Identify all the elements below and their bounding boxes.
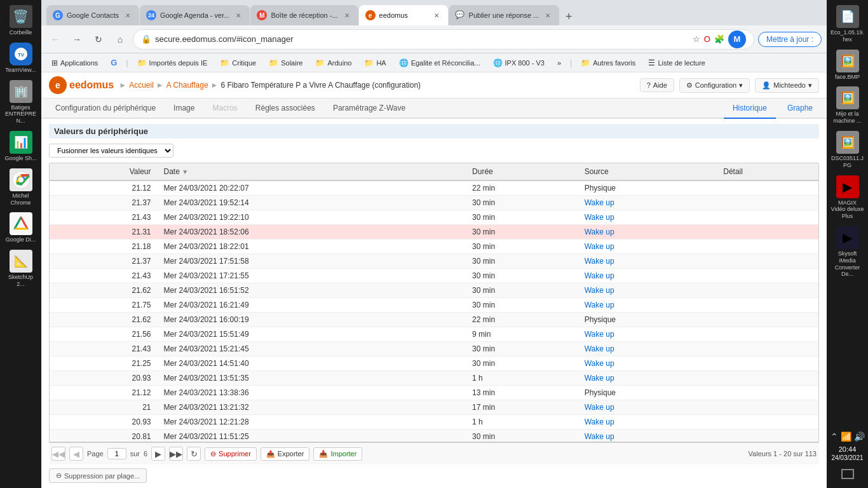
configuration-button[interactable]: ⚙ Configuration ▾ [679, 78, 750, 93]
tab-macros: Macros [203, 98, 246, 119]
url-bar[interactable]: 🔒 secure.eedomus.com/#icon_manager ☆ O 🧩… [133, 29, 754, 50]
bookmark-lecture[interactable]: ☰ Liste de lecture [643, 57, 710, 69]
bookmark-critique[interactable]: 📁 Critique [215, 57, 261, 69]
chrome-icon [10, 168, 32, 191]
taskbar-item-magix[interactable]: ▶ MAGIX Vidéo deluxe Plus [829, 173, 866, 222]
tab-historique[interactable]: Historique [724, 98, 776, 119]
import-button[interactable]: 📥 Importer [313, 447, 362, 461]
taskbar-item-google-sheets[interactable]: 📊 Google Sh... [3, 128, 39, 165]
tray-chevron-icon[interactable]: ⌃ [831, 431, 838, 442]
cell-duree: 17 min [466, 400, 578, 415]
delete-button[interactable]: ⊖ Supprimer [205, 447, 257, 461]
col-date[interactable]: Date ▼ [158, 163, 466, 180]
cell-date: Mer 24/03/2021 13:21:32 [158, 400, 466, 415]
corbeille-icon: 🗑️ [10, 5, 32, 28]
prev-page-button[interactable]: ◀ [69, 447, 83, 461]
tab-close-agenda[interactable]: ✕ [233, 10, 243, 20]
cell-valeur: 20.93 [50, 371, 158, 386]
new-tab-button[interactable]: + [560, 8, 578, 25]
extensions-icon[interactable]: 🧩 [714, 34, 724, 44]
tab-close-eedomus[interactable]: ✕ [431, 10, 442, 20]
tab-publier[interactable]: 💬 Publier une réponse ... ✕ [449, 5, 560, 25]
bookmark-ha[interactable]: 📁 HA [359, 57, 391, 69]
tab-favicon-contacts: G [53, 10, 63, 20]
taskbar-label-mijo: Mijo et la machine ... [831, 111, 865, 125]
tab-graphe[interactable]: Graphe [778, 98, 822, 119]
user-label: Michteedo [773, 81, 806, 89]
tray-network-icon[interactable]: 📶 [841, 431, 851, 442]
home-button[interactable]: ⌂ [111, 30, 129, 48]
taskbar-item-dsc03511[interactable]: 🖼️ DSC03511.JPG [829, 128, 866, 172]
tab-zwave[interactable]: Paramétrage Z-Wave [324, 98, 414, 119]
col-duree[interactable]: Durée [466, 163, 578, 180]
suppression-button[interactable]: ⊖ Suppression par plage... [49, 468, 147, 483]
data-area: Valeurs du périphérique Fusionner les va… [41, 119, 827, 488]
system-tray: ⌃ 📶 🔊 20:44 24/03/2021 [828, 429, 867, 485]
tray-sound-icon[interactable]: 🔊 [854, 431, 865, 442]
aide-button[interactable]: ? Aide [640, 78, 674, 92]
taskbar-item-eco-hex[interactable]: 📄 Eco_1.05.19.hex [829, 3, 866, 46]
col-source[interactable]: Source [578, 163, 717, 180]
next-page-button[interactable]: ▶ [151, 447, 165, 461]
nav-chauffage[interactable]: A Chauffage [166, 81, 208, 90]
col-valeur[interactable]: Valeur [50, 163, 158, 180]
col-detail[interactable]: Détail [717, 163, 818, 180]
taskbar-item-sketchup[interactable]: 📐 SketchUp 2... [3, 247, 39, 290]
bookmark-arduino[interactable]: 📁 Arduino [310, 57, 356, 69]
bookmark-egalite[interactable]: 🌐 Egalite et Réconcilia... [394, 57, 485, 69]
table-row: 21.12Mer 24/03/2021 20:22:0722 minPhysiq… [50, 180, 818, 196]
cell-date: Mer 24/03/2021 16:00:19 [158, 313, 466, 327]
refresh-button[interactable]: ↻ [187, 447, 201, 461]
tab-google-agenda[interactable]: 24 Google Agenda - ver... ✕ [140, 5, 250, 25]
bookmark-more[interactable]: » [552, 58, 566, 68]
tab-google-contacts[interactable]: G Google Contacts ✕ [46, 5, 139, 25]
tab-config-peripherique[interactable]: Configuration du périphérique [46, 98, 165, 119]
tab-close-publier[interactable]: ✕ [543, 10, 553, 20]
tab-regles[interactable]: Règles associées [247, 98, 324, 119]
cell-duree: 1 h [466, 371, 578, 386]
taskbar-item-face-bmp[interactable]: 🖼️ face.BMP [829, 47, 866, 83]
tab-close-inbox[interactable]: ✕ [342, 10, 352, 20]
tab-image[interactable]: Image [165, 98, 203, 119]
taskbar-item-teamviewer[interactable]: TV TeamView... [3, 40, 39, 76]
skysoft-icon: ▶ [836, 226, 859, 249]
star-icon[interactable]: ☆ [693, 34, 700, 44]
svg-line-6 [15, 217, 21, 229]
forward-button[interactable]: → [68, 30, 86, 48]
last-page-button[interactable]: ▶▶ [169, 447, 183, 461]
bookmark-google[interactable]: G [105, 57, 122, 69]
user-button[interactable]: 👤 Michteedo ▾ [755, 78, 819, 93]
tab-inbox[interactable]: M Boîte de réception -... ✕ [250, 5, 358, 25]
taskbar-item-mijo[interactable]: 🖼️ Mijo et la machine ... [829, 84, 866, 127]
bookmark-solaire[interactable]: 📁 Solaire [264, 57, 308, 69]
nav-accueil[interactable]: Accueil [129, 81, 154, 90]
tab-title-contacts: Google Contacts [67, 11, 119, 19]
show-desktop-button[interactable] [839, 465, 857, 483]
page-input[interactable] [107, 448, 126, 459]
profile-button[interactable]: M [728, 30, 746, 48]
taskbar-item-google-drive[interactable]: Google Di... [3, 210, 39, 246]
first-page-button[interactable]: ◀◀ [51, 447, 65, 461]
reload-button[interactable]: ↻ [90, 30, 107, 48]
tab-title-eedomus: eedomus [379, 11, 428, 19]
bookmark-solaire-label: Solaire [281, 59, 302, 67]
cell-detail [717, 430, 818, 443]
bookmark-autres[interactable]: 📁 Autres favoris [576, 57, 641, 69]
bookmark-ipx[interactable]: 🌐 IPX 800 - V3 [488, 57, 550, 69]
export-button[interactable]: 📤 Exporter [261, 447, 310, 461]
cell-detail [717, 298, 818, 313]
bookmark-apps[interactable]: ⊞ Applications [46, 57, 103, 69]
tab-eedomus[interactable]: e eedomus ✕ [359, 5, 448, 25]
bookmarks-separator-2: | [570, 58, 572, 67]
sketchup-icon: 📐 [10, 250, 32, 273]
filter-select[interactable]: Fusionner les valeurs identiques [49, 144, 173, 158]
taskbar-item-skysoft[interactable]: ▶ Skysoft iMedia Converter De... [829, 224, 866, 280]
back-button[interactable]: ← [46, 30, 64, 48]
config-label: Configuration [695, 81, 736, 89]
taskbar-item-batiges[interactable]: 🏢 Batiges ENTREPREN... [3, 78, 39, 127]
bookmark-importes[interactable]: 📁 Importés depuis IE [132, 57, 213, 69]
tab-close-contacts[interactable]: ✕ [123, 10, 133, 20]
taskbar-item-corbeille[interactable]: 🗑️ Corbeille [3, 3, 39, 39]
update-button[interactable]: Mettre à jour : [758, 32, 822, 47]
taskbar-item-michel-chrome[interactable]: Michel Chrome [3, 166, 39, 209]
